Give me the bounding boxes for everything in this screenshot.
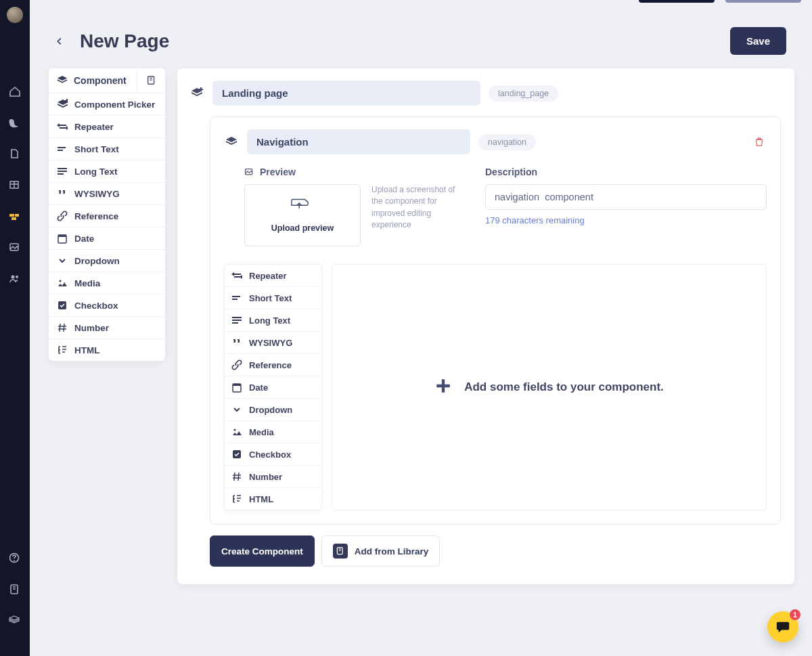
component-slug-badge: navigation <box>478 134 536 150</box>
palette-tab-label: Component <box>74 75 127 86</box>
html-icon <box>57 345 68 355</box>
upload-hint: Upload a screenshot of the component for… <box>371 184 466 232</box>
long-icon <box>57 166 68 177</box>
top-pill-dark <box>639 0 715 3</box>
palette-item-number[interactable]: Number <box>49 317 165 339</box>
media-icon <box>231 427 242 437</box>
side-rail <box>0 0 30 611</box>
layers-plus-icon <box>57 99 68 110</box>
nav-pages-icon[interactable] <box>8 148 22 161</box>
palette-library-icon[interactable] <box>137 68 165 93</box>
add-from-library-button[interactable]: Add from Library <box>321 535 441 567</box>
palette-item-wysiwyg[interactable]: WYSIWYG <box>225 332 321 354</box>
palette-item-short-text[interactable]: Short Text <box>49 138 165 160</box>
page-title: New Page <box>80 30 169 52</box>
repeat-icon <box>231 270 242 281</box>
quote-icon <box>231 337 242 348</box>
layers-add-icon <box>189 87 204 100</box>
component-name-input[interactable] <box>247 129 470 154</box>
palette-item-dropdown[interactable]: Dropdown <box>49 250 165 272</box>
calendar-icon <box>231 382 242 393</box>
palette-item-date[interactable]: Date <box>225 376 321 399</box>
hash-icon <box>57 322 68 333</box>
link-icon <box>231 359 242 370</box>
dropzone-message: Add some fields to your component. <box>464 380 664 394</box>
chevron-icon <box>231 404 242 415</box>
plus-icon <box>434 377 452 397</box>
short-icon <box>231 292 242 303</box>
hash-icon <box>231 471 242 482</box>
back-button[interactable] <box>51 33 68 49</box>
repeat-icon <box>57 121 68 132</box>
palette-item-repeater[interactable]: Repeater <box>49 116 165 138</box>
description-input[interactable] <box>485 184 767 210</box>
library-icon <box>333 544 348 559</box>
check-icon <box>231 449 242 460</box>
field-palette: Component Component PickerRepeaterShort … <box>49 68 165 361</box>
palette-item-media[interactable]: Media <box>225 421 321 443</box>
chars-remaining: 179 characters remaining <box>485 215 767 225</box>
page-slug-badge: landing_page <box>489 85 558 102</box>
avatar[interactable] <box>7 7 23 23</box>
layers-icon <box>224 136 239 148</box>
nav-people-icon[interactable] <box>8 272 22 286</box>
palette-item-date[interactable]: Date <box>49 227 165 250</box>
link-icon <box>57 211 68 221</box>
save-button[interactable]: Save <box>730 27 786 55</box>
palette-item-checkbox[interactable]: Checkbox <box>225 443 321 466</box>
canvas: landing_page navigation Preview <box>177 68 794 584</box>
short-icon <box>57 144 68 154</box>
palette-item-long-text[interactable]: Long Text <box>49 160 165 183</box>
palette-item-number[interactable]: Number <box>225 466 321 488</box>
nav-home-icon[interactable] <box>8 85 22 99</box>
fields-dropzone[interactable]: Add some fields to your component. <box>332 264 767 510</box>
nav-table-icon[interactable] <box>8 179 22 192</box>
palette-tab-component[interactable]: Component <box>49 68 137 93</box>
palette-item-html[interactable]: HTML <box>225 488 321 510</box>
component-card: navigation Preview Upload preview <box>210 116 781 525</box>
nav-book-icon[interactable] <box>8 583 22 596</box>
nav-blob-icon[interactable] <box>8 116 22 130</box>
page-component-row: landing_page <box>189 81 781 106</box>
inner-field-palette: RepeaterShort TextLong TextWYSIWYGRefere… <box>224 264 322 510</box>
nav-image-icon[interactable] <box>8 241 22 255</box>
media-icon <box>57 278 68 288</box>
palette-item-wysiwyg[interactable]: WYSIWYG <box>49 183 165 205</box>
palette-item-reference[interactable]: Reference <box>49 205 165 227</box>
create-component-button[interactable]: Create Component <box>210 535 315 567</box>
calendar-icon <box>57 233 68 244</box>
nav-bricks-icon[interactable] <box>8 210 22 223</box>
long-icon <box>231 315 242 326</box>
quote-icon <box>57 188 68 199</box>
page-name-input[interactable] <box>212 81 480 106</box>
preview-label: Preview <box>244 167 468 177</box>
palette-item-html[interactable]: HTML <box>49 339 165 361</box>
check-icon <box>57 300 68 311</box>
nav-help-icon[interactable] <box>8 552 22 565</box>
palette-item-long-text[interactable]: Long Text <box>225 309 321 332</box>
description-label: Description <box>485 167 767 177</box>
palette-item-repeater[interactable]: Repeater <box>225 265 321 287</box>
top-pill-light <box>725 0 801 3</box>
page-header: New Page Save <box>30 0 812 62</box>
upload-preview-box[interactable]: Upload preview <box>244 184 361 246</box>
chevron-icon <box>57 255 68 266</box>
delete-component-button[interactable] <box>752 135 767 150</box>
palette-item-checkbox[interactable]: Checkbox <box>49 294 165 317</box>
palette-item-dropdown[interactable]: Dropdown <box>225 399 321 421</box>
palette-item-media[interactable]: Media <box>49 272 165 294</box>
palette-item-reference[interactable]: Reference <box>225 354 321 376</box>
palette-item-component-picker[interactable]: Component Picker <box>49 93 165 116</box>
html-icon <box>231 494 242 504</box>
top-bar-partial <box>639 0 801 3</box>
palette-item-short-text[interactable]: Short Text <box>225 287 321 309</box>
